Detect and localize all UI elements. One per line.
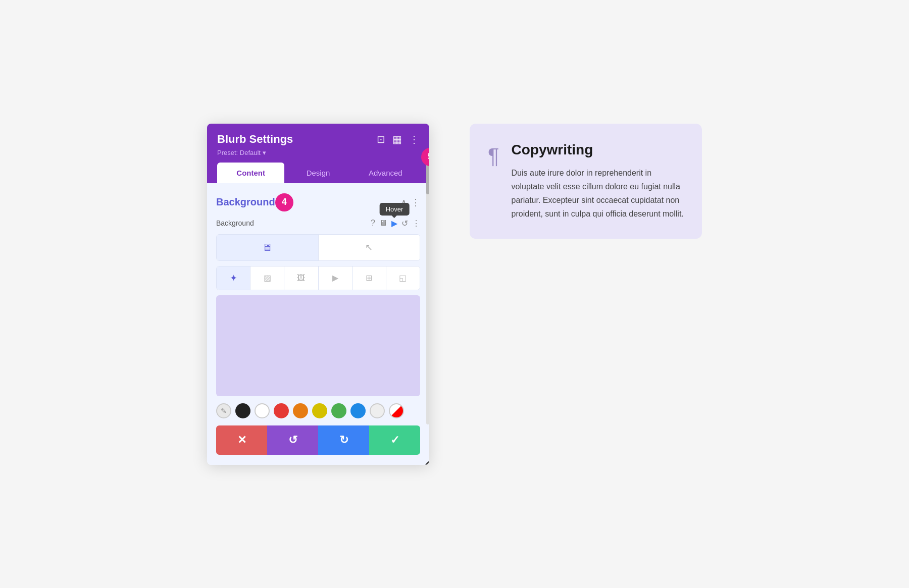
type-pattern-btn[interactable]: ⊞ — [352, 266, 386, 290]
swatch-blue[interactable] — [350, 403, 366, 418]
eyedropper-icon: ✎ — [221, 407, 227, 415]
bg-label: Background — [216, 219, 254, 227]
type-color-btn[interactable]: ✦ — [217, 266, 250, 290]
reset-icon[interactable]: ↺ — [401, 219, 408, 228]
image-icon: 🖼 — [297, 274, 305, 283]
section-title: Background — [216, 196, 275, 208]
monitor-icon: 🖥 — [262, 242, 272, 253]
swatch-yellow[interactable] — [312, 403, 327, 418]
swatch-transparent[interactable] — [389, 403, 404, 418]
panel-header: Blurb Settings ⊡ ▦ ⋮ Preset: Default ▾ C… — [207, 124, 429, 183]
layout-icon[interactable]: ▦ — [392, 133, 402, 145]
type-gradient-btn[interactable]: ▨ — [250, 266, 284, 290]
preset-label: Preset: Default — [217, 149, 261, 156]
cancel-icon: ✕ — [237, 434, 246, 447]
paint-icon: ✦ — [230, 273, 237, 284]
reset-button[interactable]: ↺ — [267, 425, 318, 455]
swatch-red[interactable] — [274, 403, 289, 418]
type-mask-btn[interactable]: ◱ — [386, 266, 420, 290]
settings-panel: Blurb Settings ⊡ ▦ ⋮ Preset: Default ▾ C… — [207, 124, 429, 465]
preset-row: Preset: Default ▾ — [217, 149, 419, 156]
type-video-btn[interactable]: ▶ — [319, 266, 352, 290]
color-preview-box — [216, 295, 420, 396]
swatch-white[interactable] — [255, 403, 270, 418]
focus-icon[interactable]: ⊡ — [377, 133, 385, 145]
swatch-light-gray[interactable] — [370, 403, 385, 418]
swatch-black[interactable] — [235, 403, 250, 418]
redo-action-icon: ↻ — [339, 434, 348, 447]
eyedropper-btn[interactable]: ✎ — [216, 403, 231, 418]
reset-action-icon: ↺ — [288, 434, 297, 447]
save-icon: ✓ — [390, 434, 399, 447]
blurb-title: Copywriting — [512, 142, 684, 158]
blurb-content: Copywriting Duis aute irure dolor in rep… — [512, 142, 684, 221]
panel-tabs: Content Design Advanced — [217, 163, 419, 183]
more-icon[interactable]: ⋮ — [409, 133, 419, 145]
section-badge: 4 — [275, 193, 293, 211]
blurb-body: Duis aute irure dolor in reprehenderit i… — [512, 166, 684, 221]
collapse-icon[interactable]: ∧ — [400, 197, 407, 208]
panel-title: Blurb Settings — [217, 133, 293, 146]
section-more-icon[interactable]: ⋮ — [411, 197, 420, 208]
section-actions: ∧ ⋮ — [400, 197, 420, 208]
save-button[interactable]: ✓ — [369, 425, 420, 455]
preview-desktop-tab[interactable]: 🖥 — [217, 235, 319, 260]
type-image-btn[interactable]: 🖼 — [284, 266, 318, 290]
hover-icon[interactable]: ▶ — [391, 219, 397, 228]
bg-controls-row: Background ? 🖥 ▶ Hover ↺ ⋮ — [216, 219, 420, 228]
header-icons: ⊡ ▦ ⋮ — [377, 133, 419, 145]
cursor-icon: ↖ — [365, 242, 373, 253]
section-header: Background 4 ∧ ⋮ — [216, 193, 420, 211]
help-icon[interactable]: ? — [371, 219, 375, 228]
pattern-icon: ⊞ — [366, 273, 372, 283]
blurb-icon: ¶ — [488, 144, 499, 168]
scrollbar-thumb[interactable] — [426, 164, 429, 194]
settings-more-icon[interactable]: ⋮ — [412, 219, 420, 228]
scrollbar[interactable] — [426, 154, 429, 424]
swatch-green[interactable] — [331, 403, 346, 418]
color-swatches: ✎ — [216, 403, 420, 418]
action-buttons: ✕ ↺ ↻ ✓ — [216, 425, 420, 455]
mask-icon: ◱ — [399, 273, 407, 283]
main-container: Blurb Settings ⊡ ▦ ⋮ Preset: Default ▾ C… — [207, 124, 702, 465]
preset-arrow[interactable]: ▾ — [263, 149, 266, 156]
video-icon: ▶ — [332, 273, 338, 283]
preview-row: 🖥 ↖ — [216, 234, 420, 261]
tab-design[interactable]: Design — [284, 163, 351, 183]
desktop-icon[interactable]: 🖥 — [379, 219, 387, 228]
gradient-icon: ▨ — [264, 273, 271, 283]
bg-control-icons: ? 🖥 ▶ Hover ↺ ⋮ — [371, 219, 420, 228]
blurb-card: ¶ Copywriting Duis aute irure dolor in r… — [470, 124, 702, 239]
redo-button[interactable]: ↻ — [318, 425, 369, 455]
cancel-button[interactable]: ✕ — [216, 425, 267, 455]
preview-hover-tab[interactable]: ↖ — [319, 235, 420, 260]
panel-body: Background 4 ∧ ⋮ Background ? 🖥 ▶ Hover — [207, 183, 429, 465]
tab-content[interactable]: Content — [217, 163, 284, 183]
hover-btn-wrapper: ▶ Hover — [391, 219, 397, 228]
type-icons-row: ✦ ▨ 🖼 ▶ ⊞ ◱ — [216, 266, 420, 290]
tab-advanced[interactable]: Advanced — [352, 163, 419, 183]
swatch-orange[interactable] — [293, 403, 308, 418]
